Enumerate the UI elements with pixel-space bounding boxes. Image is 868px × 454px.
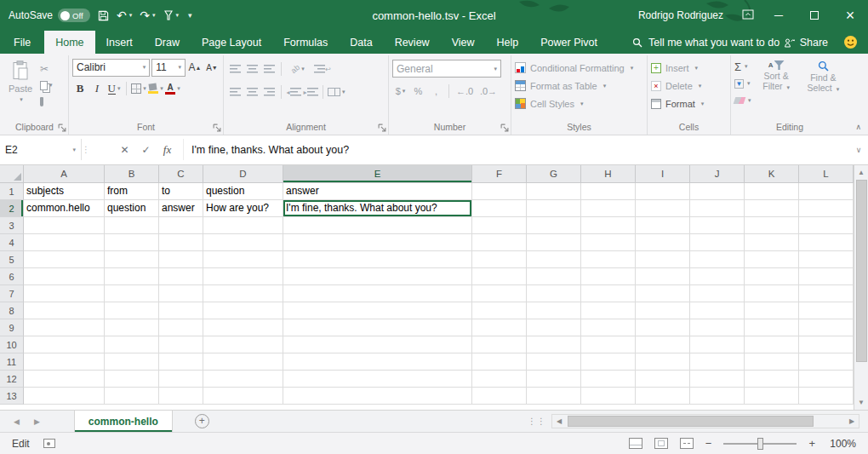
cell-J2[interactable] — [690, 200, 745, 217]
column-header-B[interactable]: B — [105, 165, 159, 183]
row-header-10[interactable]: 10 — [0, 336, 24, 353]
font-color-button[interactable]: A▾ — [165, 81, 180, 97]
cell-D5[interactable] — [203, 251, 283, 268]
cell-E8[interactable] — [283, 302, 472, 319]
decrease-indent-button[interactable]: ◂ — [286, 84, 301, 101]
cell-H7[interactable] — [581, 285, 636, 302]
cell-L4[interactable] — [799, 234, 854, 251]
cell-F4[interactable] — [472, 234, 527, 251]
number-format-combo[interactable]: General▾ — [392, 60, 501, 78]
cell-G3[interactable] — [527, 217, 581, 234]
sort-filter-button[interactable]: A Sort & Filter ▾ — [755, 58, 798, 121]
cell-G9[interactable] — [527, 319, 581, 336]
horizontal-scrollbar[interactable]: ◀ ▶ — [551, 414, 859, 428]
cell-I5[interactable] — [636, 251, 690, 268]
cell-E5[interactable] — [283, 251, 472, 268]
row-header-4[interactable]: 4 — [0, 234, 24, 251]
cell-D1[interactable]: question — [203, 183, 283, 200]
tab-file[interactable]: File — [0, 31, 44, 54]
insert-function-button[interactable]: fx — [157, 143, 178, 157]
cell-K8[interactable] — [745, 302, 799, 319]
cell-J6[interactable] — [690, 268, 745, 285]
cell-C12[interactable] — [159, 371, 203, 388]
cell-E7[interactable] — [283, 285, 472, 302]
sheet-prev-button[interactable]: ◀ — [14, 417, 20, 426]
column-header-K[interactable]: K — [745, 165, 799, 183]
page-layout-view-button[interactable] — [654, 438, 668, 449]
cell-K2[interactable] — [745, 200, 799, 217]
cell-H9[interactable] — [581, 319, 636, 336]
decrease-font-size-button[interactable]: A▼ — [204, 60, 220, 76]
column-header-G[interactable]: G — [527, 165, 581, 183]
sheet-tab-common-hello[interactable]: common-hello — [74, 411, 173, 432]
italic-button[interactable]: I — [89, 81, 105, 97]
insert-cells-button[interactable]: + Insert▾ — [651, 60, 727, 76]
paste-button[interactable]: Paste ▾ — [4, 58, 37, 121]
cell-F8[interactable] — [472, 302, 527, 319]
cell-L10[interactable] — [799, 336, 854, 353]
tab-data[interactable]: Data — [339, 31, 383, 54]
cell-C6[interactable] — [159, 268, 203, 285]
cell-B1[interactable]: from — [105, 183, 159, 200]
cell-E1[interactable]: answer — [283, 183, 472, 200]
cell-K4[interactable] — [745, 234, 799, 251]
column-header-J[interactable]: J — [690, 165, 745, 183]
cell-I12[interactable] — [636, 371, 690, 388]
cell-D3[interactable] — [203, 217, 283, 234]
cell-L13[interactable] — [799, 388, 854, 405]
name-box[interactable]: E2 ▾ — [0, 139, 82, 160]
zoom-slider-thumb[interactable] — [757, 438, 763, 450]
cell-G12[interactable] — [527, 371, 581, 388]
format-as-table-button[interactable]: Format as Table▾ — [515, 78, 643, 94]
cell-A2[interactable]: common.hello — [24, 200, 105, 217]
column-header-H[interactable]: H — [581, 165, 636, 183]
percent-style-button[interactable]: % — [410, 83, 426, 99]
orientation-button[interactable]: ab▾ — [286, 61, 310, 78]
cell-L1[interactable] — [799, 183, 854, 200]
font-size-combo[interactable]: 11▾ — [151, 59, 186, 77]
scroll-left-button[interactable]: ◀ — [552, 417, 566, 425]
cell-H8[interactable] — [581, 302, 636, 319]
cell-I6[interactable] — [636, 268, 690, 285]
cell-J5[interactable] — [690, 251, 745, 268]
align-left-button[interactable] — [227, 84, 243, 101]
bottom-align-button[interactable] — [261, 61, 277, 78]
cell-D8[interactable] — [203, 302, 283, 319]
record-macro-icon[interactable] — [43, 439, 55, 448]
cell-styles-button[interactable]: Cell Styles▾ — [515, 95, 643, 112]
top-align-button[interactable] — [227, 61, 243, 78]
cell-J10[interactable] — [690, 336, 745, 353]
column-header-A[interactable]: A — [24, 165, 105, 183]
cell-L6[interactable] — [799, 268, 854, 285]
cell-I1[interactable] — [636, 183, 690, 200]
cell-D6[interactable] — [203, 268, 283, 285]
maximize-button[interactable] — [797, 0, 832, 31]
cell-A6[interactable] — [24, 268, 105, 285]
cell-J9[interactable] — [690, 319, 745, 336]
find-select-button[interactable]: Find & Select ▾ — [802, 58, 845, 121]
cell-G13[interactable] — [527, 388, 581, 405]
cell-K12[interactable] — [745, 371, 799, 388]
cell-I13[interactable] — [636, 388, 690, 405]
zoom-level[interactable]: 100% — [827, 438, 856, 450]
cell-L12[interactable] — [799, 371, 854, 388]
cell-E6[interactable] — [283, 268, 472, 285]
cell-G6[interactable] — [527, 268, 581, 285]
tab-formulas[interactable]: Formulas — [272, 31, 339, 54]
tab-power-pivot[interactable]: Power Pivot — [529, 31, 608, 54]
cell-E9[interactable] — [283, 319, 472, 336]
cell-D12[interactable] — [203, 371, 283, 388]
row-header-7[interactable]: 7 — [0, 285, 24, 302]
cell-B6[interactable] — [105, 268, 159, 285]
cell-B3[interactable] — [105, 217, 159, 234]
formula-bar-expand-button[interactable]: ∨ — [849, 139, 868, 160]
vertical-scrollbar-thumb[interactable] — [856, 180, 867, 362]
wrap-text-button[interactable]: ↩ — [311, 61, 334, 78]
undo-dropdown-icon[interactable]: ▾ — [129, 12, 133, 19]
cell-B8[interactable] — [105, 302, 159, 319]
cell-G4[interactable] — [527, 234, 581, 251]
cell-F13[interactable] — [472, 388, 527, 405]
cell-H1[interactable] — [581, 183, 636, 200]
cell-C1[interactable]: to — [159, 183, 203, 200]
column-header-I[interactable]: I — [636, 165, 690, 183]
